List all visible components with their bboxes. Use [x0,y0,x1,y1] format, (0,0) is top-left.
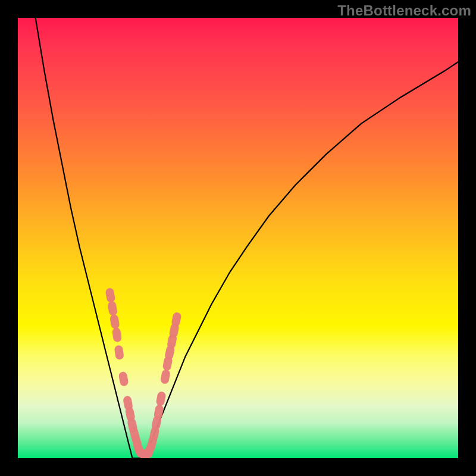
chart-svg [18,18,458,458]
data-marker [112,327,122,343]
watermark-text: TheBottleneck.com [337,2,471,19]
bottleneck-curve [36,18,458,458]
data-marker [160,369,171,384]
data-marker [171,312,181,327]
data-marker [105,287,116,303]
outer-frame: TheBottleneck.com [0,0,476,476]
data-marker [107,300,118,316]
curve-layer [36,18,458,458]
data-marker [114,345,124,360]
data-marker [109,314,120,330]
data-marker [118,371,129,387]
data-marker [154,404,164,419]
data-marker [155,391,166,406]
marker-layer [105,287,182,458]
